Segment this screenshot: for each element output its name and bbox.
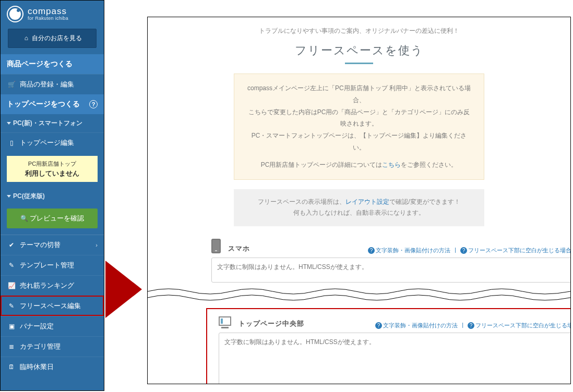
preview-label: プレビューを確認 xyxy=(30,214,84,222)
block-center-title: トップページ中央部 xyxy=(238,319,304,328)
nav-template[interactable]: ✎ テンプレート管理 xyxy=(1,255,104,275)
help-blank-link[interactable]: ?フリースペース下部に空白が生じる場合 xyxy=(468,322,571,329)
help-links-center: ?文字装飾・画像貼付けの方法 | ?フリースペース下部に空白が生じる場合 xyxy=(375,322,571,329)
group-pc-old[interactable]: PC(従来版) xyxy=(1,187,104,205)
sidebar: compass for Rakuten ichiba ⌂ 自分のお店を見る 商品… xyxy=(0,0,104,391)
nav-freespace-edit[interactable]: ✎ フリースペース編集 xyxy=(1,296,104,316)
notice-link[interactable]: こちら xyxy=(382,161,401,168)
home-icon: ⌂ xyxy=(22,34,30,42)
layout-info-box: フリースペースの表示場所は、レイアウト設定で確認/変更ができます！ 何も入力しな… xyxy=(234,189,484,226)
view-store-label: 自分のお店を見る xyxy=(32,34,82,42)
help-icon[interactable]: ? xyxy=(89,100,98,108)
svg-marker-0 xyxy=(105,261,142,318)
nav-theme[interactable]: ✔ テーマの切替 › xyxy=(1,235,104,255)
nav-product-register-label: 商品の登録・編集 xyxy=(20,80,74,89)
brush-icon: ✎ xyxy=(8,262,15,269)
brand-name: compass xyxy=(28,7,68,17)
group-pc-new[interactable]: PC(新)・スマートフォン xyxy=(1,114,104,132)
list-icon: ≣ xyxy=(8,343,15,350)
smartphone-icon xyxy=(211,239,221,253)
brand-sub: for Rakuten ichiba xyxy=(28,16,68,21)
section-top-label: トップページをつくる xyxy=(7,100,80,109)
status-line2: 利用していません xyxy=(10,168,94,179)
chevron-right-icon: › xyxy=(96,242,98,248)
pointer-arrow xyxy=(105,261,142,318)
search-icon: 🔍 xyxy=(20,215,28,222)
main-panel: トラブルになりやすい事項のご案内、オリジナルバナーの差込に便利！ フリースペース… xyxy=(147,17,571,384)
help-decoration-link[interactable]: ?文字装飾・画像貼付けの方法 xyxy=(368,247,450,254)
image-icon: ▣ xyxy=(8,323,15,330)
section-product-pages[interactable]: 商品ページをつくる xyxy=(1,54,104,74)
help-links-sp: ?文字装飾・画像貼付けの方法 | ?フリースペース下部に空白が生じる場合 xyxy=(368,247,571,254)
nav-top-edit-label: トップページ編集 xyxy=(20,138,74,148)
nav-top-edit[interactable]: ▯ トップページ編集 xyxy=(1,132,104,153)
nav-theme-label: テーマの切替 xyxy=(20,240,61,250)
check-icon: ✔ xyxy=(8,241,15,249)
block-smartphone: スマホ ?文字装飾・画像貼付けの方法 | ?フリースペース下部に空白が生じる場合 xyxy=(211,237,535,284)
preview-button[interactable]: 🔍 プレビューを確認 xyxy=(7,209,98,228)
block-top-center: トップページ中央部 ?文字装飾・画像貼付けの方法 | ?フリースペース下部に空白… xyxy=(219,314,542,384)
nav-banner[interactable]: ▣ バナー設定 xyxy=(1,316,104,336)
cart-icon: 🛒 xyxy=(8,81,15,88)
freespace-center-input[interactable] xyxy=(219,333,571,384)
nav-category[interactable]: ≣ カテゴリ管理 xyxy=(1,336,104,357)
phone-icon: ▯ xyxy=(8,139,15,146)
notice-box: compassメインページ左上に「PC用新店舗トップ 利用中」と表示されている場… xyxy=(234,74,484,180)
pc-store-status: PC用新店舗トップ 利用していません xyxy=(7,156,98,182)
calendar-icon: 🗓 xyxy=(8,363,15,371)
title-underline xyxy=(345,63,373,64)
block-sp-title: スマホ xyxy=(228,244,250,253)
section-top-pages[interactable]: トップページをつくる ? xyxy=(1,94,104,114)
pencil-icon: ✎ xyxy=(8,302,15,310)
highlighted-center-block: トップページ中央部 ?文字装飾・画像貼付けの方法 | ?フリースペース下部に空白… xyxy=(206,308,571,384)
nav-ranking[interactable]: 📈 売れ筋ランキング xyxy=(1,275,104,296)
freespace-sp-input[interactable] xyxy=(211,258,571,283)
compass-logo-icon xyxy=(7,6,23,22)
tagline: トラブルになりやすい事項のご案内、オリジナルバナーの差込に便利！ xyxy=(148,17,570,40)
monitor-center-icon xyxy=(219,316,234,328)
layout-settings-link[interactable]: レイアウト設定 xyxy=(345,198,389,205)
torn-separator xyxy=(148,286,570,302)
help-decoration-link[interactable]: ?文字装飾・画像貼付けの方法 xyxy=(375,322,458,329)
nav-product-register[interactable]: 🛒 商品の登録・編集 xyxy=(1,74,104,94)
nav-holiday[interactable]: 🗓 臨時休業日 xyxy=(1,357,104,377)
help-blank-link[interactable]: ?フリースペース下部に空白が生じる場合 xyxy=(460,247,571,254)
chart-icon: 📈 xyxy=(8,282,15,289)
brand-logo: compass for Rakuten ichiba xyxy=(1,1,104,27)
status-line1: PC用新店舗トップ xyxy=(10,160,94,168)
page-title: フリースペースを使う xyxy=(148,40,570,63)
view-store-button[interactable]: ⌂ 自分のお店を見る xyxy=(8,29,97,48)
